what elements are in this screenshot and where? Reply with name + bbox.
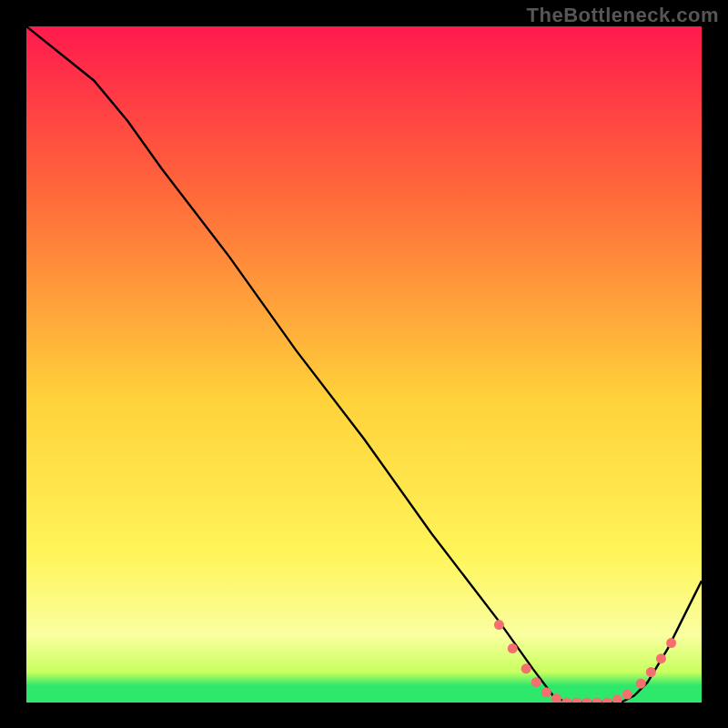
marker-point [541, 687, 551, 697]
marker-point [646, 667, 656, 677]
marker-point [494, 620, 504, 630]
marker-point [521, 663, 531, 673]
marker-point [571, 698, 581, 708]
marker-point [592, 698, 602, 708]
watermark-text: TheBottleneck.com [527, 4, 719, 27]
marker-point [656, 653, 666, 663]
marker-point [636, 679, 646, 689]
gradient-background [26, 26, 702, 703]
chart-container: { "watermark": "TheBottleneck.com", "col… [0, 0, 728, 728]
marker-point [508, 643, 518, 653]
marker-point [622, 690, 632, 700]
marker-point [551, 693, 561, 703]
marker-point [612, 695, 622, 705]
chart-svg [0, 0, 728, 728]
marker-point [602, 698, 612, 708]
marker-point [531, 677, 541, 687]
marker-point [561, 698, 571, 708]
marker-point [581, 698, 592, 708]
marker-point [666, 638, 676, 648]
